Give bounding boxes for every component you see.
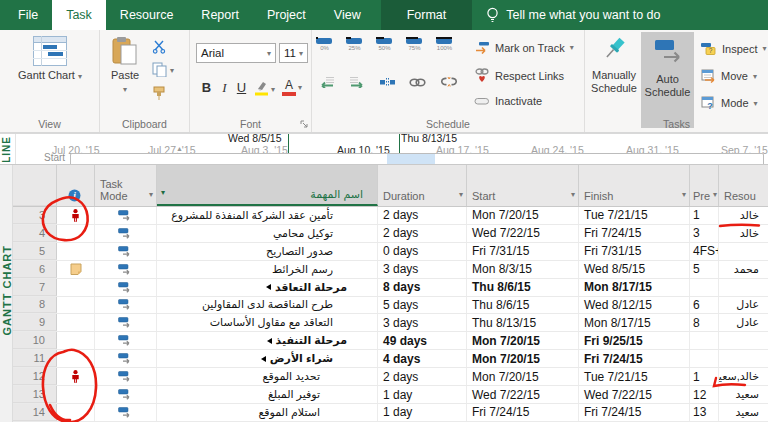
finish-cell[interactable]: Fri 7/24/15 [579,404,690,421]
start-cell[interactable]: Mon 7/20/15 [467,207,579,224]
font-dialog-launcher-icon[interactable] [300,120,308,128]
duration-cell[interactable]: 5 days [378,297,467,314]
row-number[interactable]: 4 [13,225,57,242]
task-row-14[interactable]: 14استلام الموقع1 dayFri 7/24/15Fri 7/24/… [13,404,768,422]
predecessors-cell[interactable] [690,332,719,349]
task-mode-cell[interactable] [95,386,157,403]
indicator-cell[interactable] [57,243,95,260]
tab-format[interactable]: Format [393,0,461,30]
resources-cell[interactable] [719,279,768,296]
auto-schedule-button[interactable]: Auto Schedule [641,32,694,128]
percent-complete-0pct-button[interactable]: 0% [316,38,333,51]
row-number-header[interactable] [13,165,57,206]
row-number[interactable]: 3 [13,207,57,224]
start-header[interactable]: Start▾ [467,165,579,206]
finish-cell[interactable]: Fri 7/24/15 [579,350,690,367]
start-cell[interactable]: Mon 7/20/15 [467,332,579,349]
task-name-cell[interactable]: تأمين عقد الشركة المنفذة للمشروع [157,207,378,224]
indent-task-icon[interactable] [349,76,366,88]
gantt-chart-button[interactable]: Gantt Chart ▾ [16,36,84,83]
finish-cell[interactable]: Fri 7/24/15 [579,225,690,242]
duration-cell[interactable]: 0 days [378,243,467,260]
unlink-tasks-icon[interactable] [440,76,458,88]
percent-complete-50pct-button[interactable]: 50% [376,38,393,51]
duration-cell[interactable]: 8 days [378,279,467,296]
summary-expand-marker[interactable] [266,284,271,290]
tab-resource[interactable]: Resource [106,0,188,30]
highlight-color-button[interactable]: ▾ [254,80,270,98]
resources-cell[interactable]: سعيد [719,386,768,403]
tab-project[interactable]: Project [253,0,320,30]
resources-cell[interactable] [719,350,768,367]
task-name-cell[interactable]: توفير المبلغ [157,386,378,403]
task-row-6[interactable]: 6رسم الخرائط3 daysMon 8/3/15Wed 8/5/155م… [13,261,768,279]
indicator-cell[interactable] [57,368,95,385]
task-row-13[interactable]: 13توفير المبلغ1 dayWed 7/22/15Wed 7/22/1… [13,386,768,404]
indicator-cell[interactable] [57,261,95,278]
resources-cell[interactable]: عادل [719,297,768,314]
mode-button[interactable]: ? Mode ▾ [701,96,758,110]
link-tasks-icon[interactable] [409,77,426,88]
copy-button[interactable]: ▾ [152,62,167,79]
respect-links-button[interactable]: Respect Links [474,68,564,83]
row-number[interactable]: 5 [13,243,57,260]
finish-cell[interactable]: Wed 8/5/15 [579,261,690,278]
duration-cell[interactable]: 3 days [378,314,467,331]
tab-view[interactable]: View [320,0,375,30]
start-cell[interactable]: Wed 7/22/15 [467,386,579,403]
task-mode-cell[interactable] [95,404,157,421]
row-number[interactable]: 9 [13,314,57,331]
start-cell[interactable]: Thu 8/6/15 [467,279,579,296]
start-cell[interactable]: Wed 7/22/15 [467,225,579,242]
task-mode-cell[interactable] [95,243,157,260]
task-mode-cell[interactable] [95,225,157,242]
start-cell[interactable]: Fri 7/24/15 [467,404,579,421]
summary-expand-marker[interactable] [261,356,266,362]
start-cell[interactable]: Thu 8/13/15 [467,314,579,331]
indicator-cell[interactable] [57,297,95,314]
task-row-11[interactable]: 11شراء الأرض4 daysMon 7/20/15Fri 7/24/15 [13,350,768,368]
bold-button[interactable]: B [198,80,215,95]
resources-cell[interactable]: خالد [719,225,768,242]
percent-complete-25pct-button[interactable]: 25% [346,38,363,51]
resources-cell[interactable]: عادل [719,314,768,331]
summary-expand-marker[interactable] [267,338,272,344]
predecessors-cell[interactable]: 3 [690,225,719,242]
manually-schedule-button[interactable]: Manually Schedule [587,36,641,95]
predecessors-cell[interactable] [690,350,719,367]
duration-cell[interactable]: 2 days [378,225,467,242]
finish-cell[interactable]: Mon 8/17/15 [579,314,690,331]
percent-complete-100pct-button[interactable]: 100% [436,38,453,51]
finish-cell[interactable]: Tue 7/21/15 [579,207,690,224]
row-number[interactable]: 6 [13,261,57,278]
split-task-icon[interactable] [380,77,395,88]
predecessors-cell[interactable]: 5 [690,261,719,278]
finish-cell[interactable]: Wed 8/12/15 [579,297,690,314]
resources-cell[interactable]: محمد [719,261,768,278]
row-number[interactable]: 10 [13,332,57,349]
task-mode-cell[interactable] [95,368,157,385]
finish-cell[interactable]: Fri 9/25/15 [579,332,690,349]
font-color-button[interactable]: A ▾ [282,79,296,96]
task-name-cell[interactable]: صدور التصاريح [157,243,378,260]
outdent-task-icon[interactable] [318,76,335,88]
task-name-cell[interactable]: توكيل محامي [157,225,378,242]
timeline-band[interactable] [70,153,764,165]
resources-cell[interactable] [719,332,768,349]
indicator-cell[interactable] [57,404,95,421]
predecessors-cell[interactable] [690,279,719,296]
predecessors-header[interactable]: Pre▾ [690,165,719,206]
task-mode-cell[interactable] [95,332,157,349]
timeline-pane[interactable]: TIMELINE Wed 8/5/15Thu 8/13/15 Jul 20, '… [0,133,768,165]
predecessors-cell[interactable]: 1 [690,368,719,385]
task-name-cell[interactable]: مرحلة التنفيذ [157,332,378,349]
italic-button[interactable]: I [216,80,233,96]
task-name-cell[interactable]: تحديد الموقع [157,368,378,385]
finish-cell[interactable]: Mon 8/17/15 [579,279,690,296]
task-row-7[interactable]: 7مرحلة التعاقد8 daysThu 8/6/15Mon 8/17/1… [13,279,768,297]
finish-header[interactable]: Finish▾ [579,165,690,206]
resources-cell[interactable] [719,243,768,260]
finish-cell[interactable]: Tue 7/21/15 [579,368,690,385]
task-name-cell[interactable]: استلام الموقع [157,404,378,421]
task-mode-cell[interactable] [95,297,157,314]
